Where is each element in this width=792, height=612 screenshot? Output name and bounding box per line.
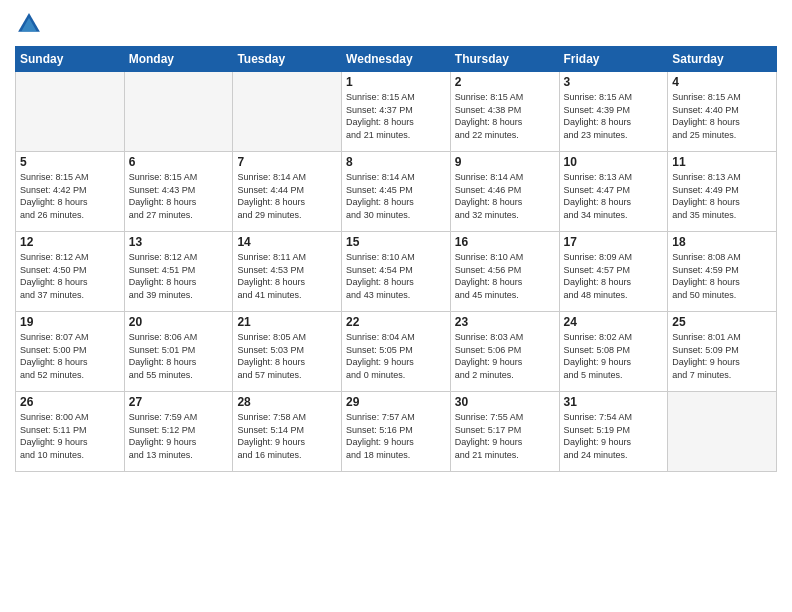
weekday-header: Friday <box>559 47 668 72</box>
day-number: 9 <box>455 155 555 169</box>
main-container: SundayMondayTuesdayWednesdayThursdayFrid… <box>0 0 792 482</box>
day-info: Sunrise: 8:11 AM Sunset: 4:53 PM Dayligh… <box>237 251 337 301</box>
day-info: Sunrise: 8:15 AM Sunset: 4:40 PM Dayligh… <box>672 91 772 141</box>
day-info: Sunrise: 8:15 AM Sunset: 4:42 PM Dayligh… <box>20 171 120 221</box>
calendar-cell: 1Sunrise: 8:15 AM Sunset: 4:37 PM Daylig… <box>342 72 451 152</box>
calendar-cell: 18Sunrise: 8:08 AM Sunset: 4:59 PM Dayli… <box>668 232 777 312</box>
day-info: Sunrise: 7:54 AM Sunset: 5:19 PM Dayligh… <box>564 411 664 461</box>
weekday-header: Sunday <box>16 47 125 72</box>
day-number: 7 <box>237 155 337 169</box>
day-number: 24 <box>564 315 664 329</box>
weekday-header: Monday <box>124 47 233 72</box>
day-info: Sunrise: 8:00 AM Sunset: 5:11 PM Dayligh… <box>20 411 120 461</box>
day-number: 15 <box>346 235 446 249</box>
day-info: Sunrise: 7:59 AM Sunset: 5:12 PM Dayligh… <box>129 411 229 461</box>
calendar-cell: 2Sunrise: 8:15 AM Sunset: 4:38 PM Daylig… <box>450 72 559 152</box>
day-info: Sunrise: 8:10 AM Sunset: 4:54 PM Dayligh… <box>346 251 446 301</box>
day-number: 22 <box>346 315 446 329</box>
calendar-cell <box>16 72 125 152</box>
day-number: 30 <box>455 395 555 409</box>
day-number: 10 <box>564 155 664 169</box>
calendar-cell: 12Sunrise: 8:12 AM Sunset: 4:50 PM Dayli… <box>16 232 125 312</box>
calendar-cell: 16Sunrise: 8:10 AM Sunset: 4:56 PM Dayli… <box>450 232 559 312</box>
calendar-cell: 25Sunrise: 8:01 AM Sunset: 5:09 PM Dayli… <box>668 312 777 392</box>
calendar-cell: 10Sunrise: 8:13 AM Sunset: 4:47 PM Dayli… <box>559 152 668 232</box>
calendar-week-row: 12Sunrise: 8:12 AM Sunset: 4:50 PM Dayli… <box>16 232 777 312</box>
day-info: Sunrise: 7:58 AM Sunset: 5:14 PM Dayligh… <box>237 411 337 461</box>
calendar-week-row: 26Sunrise: 8:00 AM Sunset: 5:11 PM Dayli… <box>16 392 777 472</box>
calendar-cell <box>668 392 777 472</box>
day-info: Sunrise: 8:02 AM Sunset: 5:08 PM Dayligh… <box>564 331 664 381</box>
day-info: Sunrise: 8:05 AM Sunset: 5:03 PM Dayligh… <box>237 331 337 381</box>
day-number: 4 <box>672 75 772 89</box>
day-info: Sunrise: 7:57 AM Sunset: 5:16 PM Dayligh… <box>346 411 446 461</box>
day-info: Sunrise: 8:01 AM Sunset: 5:09 PM Dayligh… <box>672 331 772 381</box>
calendar-cell: 20Sunrise: 8:06 AM Sunset: 5:01 PM Dayli… <box>124 312 233 392</box>
calendar-table: SundayMondayTuesdayWednesdayThursdayFrid… <box>15 46 777 472</box>
day-info: Sunrise: 8:15 AM Sunset: 4:43 PM Dayligh… <box>129 171 229 221</box>
calendar-cell: 22Sunrise: 8:04 AM Sunset: 5:05 PM Dayli… <box>342 312 451 392</box>
day-number: 6 <box>129 155 229 169</box>
day-number: 25 <box>672 315 772 329</box>
calendar-cell: 6Sunrise: 8:15 AM Sunset: 4:43 PM Daylig… <box>124 152 233 232</box>
weekday-header: Saturday <box>668 47 777 72</box>
calendar-week-row: 1Sunrise: 8:15 AM Sunset: 4:37 PM Daylig… <box>16 72 777 152</box>
day-number: 18 <box>672 235 772 249</box>
day-number: 14 <box>237 235 337 249</box>
day-number: 2 <box>455 75 555 89</box>
weekday-header: Wednesday <box>342 47 451 72</box>
calendar-body: 1Sunrise: 8:15 AM Sunset: 4:37 PM Daylig… <box>16 72 777 472</box>
day-number: 11 <box>672 155 772 169</box>
logo <box>15 10 47 38</box>
day-info: Sunrise: 8:14 AM Sunset: 4:44 PM Dayligh… <box>237 171 337 221</box>
calendar-cell: 8Sunrise: 8:14 AM Sunset: 4:45 PM Daylig… <box>342 152 451 232</box>
day-number: 12 <box>20 235 120 249</box>
day-number: 27 <box>129 395 229 409</box>
day-info: Sunrise: 8:14 AM Sunset: 4:45 PM Dayligh… <box>346 171 446 221</box>
day-number: 19 <box>20 315 120 329</box>
header <box>15 10 777 38</box>
weekday-header: Tuesday <box>233 47 342 72</box>
logo-icon <box>15 10 43 38</box>
day-number: 3 <box>564 75 664 89</box>
weekday-header-row: SundayMondayTuesdayWednesdayThursdayFrid… <box>16 47 777 72</box>
calendar-cell: 21Sunrise: 8:05 AM Sunset: 5:03 PM Dayli… <box>233 312 342 392</box>
calendar-cell: 15Sunrise: 8:10 AM Sunset: 4:54 PM Dayli… <box>342 232 451 312</box>
day-info: Sunrise: 8:15 AM Sunset: 4:37 PM Dayligh… <box>346 91 446 141</box>
calendar-cell: 28Sunrise: 7:58 AM Sunset: 5:14 PM Dayli… <box>233 392 342 472</box>
day-info: Sunrise: 8:15 AM Sunset: 4:38 PM Dayligh… <box>455 91 555 141</box>
day-info: Sunrise: 7:55 AM Sunset: 5:17 PM Dayligh… <box>455 411 555 461</box>
day-number: 8 <box>346 155 446 169</box>
calendar-cell: 5Sunrise: 8:15 AM Sunset: 4:42 PM Daylig… <box>16 152 125 232</box>
day-number: 28 <box>237 395 337 409</box>
calendar-cell <box>124 72 233 152</box>
day-number: 20 <box>129 315 229 329</box>
calendar-cell: 26Sunrise: 8:00 AM Sunset: 5:11 PM Dayli… <box>16 392 125 472</box>
day-info: Sunrise: 8:08 AM Sunset: 4:59 PM Dayligh… <box>672 251 772 301</box>
day-number: 17 <box>564 235 664 249</box>
calendar-cell: 30Sunrise: 7:55 AM Sunset: 5:17 PM Dayli… <box>450 392 559 472</box>
day-info: Sunrise: 8:12 AM Sunset: 4:50 PM Dayligh… <box>20 251 120 301</box>
calendar-cell: 31Sunrise: 7:54 AM Sunset: 5:19 PM Dayli… <box>559 392 668 472</box>
day-number: 23 <box>455 315 555 329</box>
calendar-cell: 14Sunrise: 8:11 AM Sunset: 4:53 PM Dayli… <box>233 232 342 312</box>
calendar-cell: 9Sunrise: 8:14 AM Sunset: 4:46 PM Daylig… <box>450 152 559 232</box>
calendar-week-row: 19Sunrise: 8:07 AM Sunset: 5:00 PM Dayli… <box>16 312 777 392</box>
day-number: 21 <box>237 315 337 329</box>
day-info: Sunrise: 8:09 AM Sunset: 4:57 PM Dayligh… <box>564 251 664 301</box>
day-number: 31 <box>564 395 664 409</box>
calendar-week-row: 5Sunrise: 8:15 AM Sunset: 4:42 PM Daylig… <box>16 152 777 232</box>
calendar-cell: 27Sunrise: 7:59 AM Sunset: 5:12 PM Dayli… <box>124 392 233 472</box>
day-info: Sunrise: 8:04 AM Sunset: 5:05 PM Dayligh… <box>346 331 446 381</box>
day-info: Sunrise: 8:07 AM Sunset: 5:00 PM Dayligh… <box>20 331 120 381</box>
calendar-cell: 29Sunrise: 7:57 AM Sunset: 5:16 PM Dayli… <box>342 392 451 472</box>
calendar-cell: 7Sunrise: 8:14 AM Sunset: 4:44 PM Daylig… <box>233 152 342 232</box>
calendar-cell: 13Sunrise: 8:12 AM Sunset: 4:51 PM Dayli… <box>124 232 233 312</box>
calendar-cell: 11Sunrise: 8:13 AM Sunset: 4:49 PM Dayli… <box>668 152 777 232</box>
calendar-cell: 23Sunrise: 8:03 AM Sunset: 5:06 PM Dayli… <box>450 312 559 392</box>
calendar-cell: 24Sunrise: 8:02 AM Sunset: 5:08 PM Dayli… <box>559 312 668 392</box>
calendar-cell: 17Sunrise: 8:09 AM Sunset: 4:57 PM Dayli… <box>559 232 668 312</box>
day-info: Sunrise: 8:06 AM Sunset: 5:01 PM Dayligh… <box>129 331 229 381</box>
day-number: 16 <box>455 235 555 249</box>
day-info: Sunrise: 8:03 AM Sunset: 5:06 PM Dayligh… <box>455 331 555 381</box>
